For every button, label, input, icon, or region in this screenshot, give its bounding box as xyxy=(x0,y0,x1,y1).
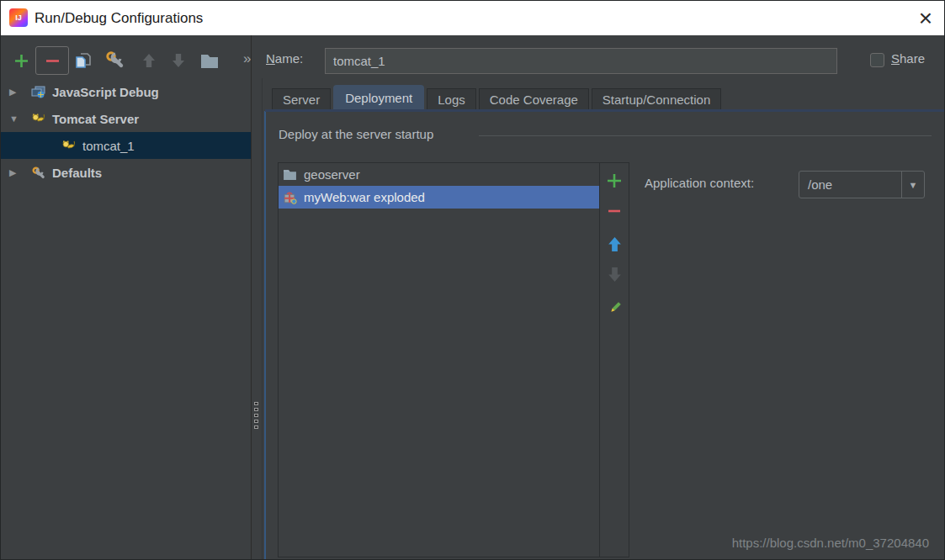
run-debug-configurations-dialog: IJ Run/Debug Configurations × » Name: xyxy=(0,0,945,560)
folder-icon xyxy=(199,51,220,70)
minus-icon xyxy=(45,53,61,69)
deploy-group-label: Deploy at the server startup xyxy=(279,127,433,141)
splitter-grip[interactable] xyxy=(254,402,258,429)
titlebar: IJ Run/Debug Configurations × xyxy=(1,1,944,35)
artifact-icon xyxy=(283,190,297,204)
chevron-down-icon[interactable]: ▼ xyxy=(9,114,21,124)
wrench-gear-icon xyxy=(31,166,45,180)
javascript-debug-icon xyxy=(31,85,45,99)
tab-code-coverage[interactable]: Code Coverage xyxy=(479,88,589,111)
copy-configuration-button[interactable] xyxy=(72,50,94,71)
add-configuration-button[interactable] xyxy=(10,50,32,71)
combobox-value: /one xyxy=(808,172,832,198)
tomcat-icon xyxy=(31,112,45,126)
plus-icon xyxy=(13,53,29,69)
list-item-myweb-war-exploded[interactable]: myWeb:war exploded xyxy=(279,186,599,209)
application-context-label: Application context: xyxy=(645,176,754,190)
tab-deployment[interactable]: Deployment xyxy=(333,85,424,111)
create-folder-button[interactable] xyxy=(199,50,220,71)
tab-server[interactable]: Server xyxy=(272,88,331,111)
share-label-mnemonic: S xyxy=(891,51,900,66)
name-label-mnemonic: N xyxy=(266,51,275,66)
group-separator-line xyxy=(479,135,932,136)
tab-startup-connection[interactable]: Startup/Connection xyxy=(592,88,721,111)
edit-defaults-button[interactable] xyxy=(104,49,125,71)
intellij-logo-icon: IJ xyxy=(9,8,28,27)
move-up-button[interactable] xyxy=(138,50,160,71)
tree-item-label: JavaScript Debug xyxy=(52,85,159,99)
tree-item-tomcat-server[interactable]: ▼ Tomcat Server xyxy=(1,105,251,132)
share-label[interactable]: Share xyxy=(891,51,925,66)
deployment-list: geoserver myWeb:war exploded xyxy=(278,162,599,557)
configurations-tree: ▶ JavaScript Debug ▼ xyxy=(1,78,251,559)
arrow-down-icon xyxy=(170,52,187,69)
name-label-rest: ame: xyxy=(275,51,303,66)
move-item-up-button[interactable] xyxy=(603,233,625,255)
splitter-line xyxy=(262,78,263,559)
list-item-label: myWeb:war exploded xyxy=(304,190,425,204)
tree-item-tomcat-1[interactable]: tomcat_1 xyxy=(1,132,251,159)
dialog-title: Run/Debug Configurations xyxy=(35,1,203,35)
splitter-line xyxy=(251,35,252,559)
list-item-label: geoserver xyxy=(304,167,360,182)
folder-icon xyxy=(283,167,297,182)
pencil-icon xyxy=(606,299,623,316)
arrow-up-icon xyxy=(141,52,157,69)
tomcat-icon xyxy=(61,139,76,153)
move-down-button[interactable] xyxy=(167,50,189,71)
share-label-rest: hare xyxy=(900,51,925,66)
chevron-right-icon[interactable]: ▶ xyxy=(9,87,21,98)
combobox-arrow-button[interactable]: ▼ xyxy=(901,172,924,198)
tree-item-label: tomcat_1 xyxy=(82,139,135,153)
tree-item-javascript-debug[interactable]: ▶ JavaScript Debug xyxy=(1,78,251,105)
list-item-geoserver[interactable]: geoserver xyxy=(279,163,599,186)
tree-item-label: Tomcat Server xyxy=(52,112,139,126)
chevron-right-icon[interactable]: ▶ xyxy=(9,167,21,178)
arrow-up-icon xyxy=(606,235,624,253)
application-context-combobox[interactable]: /one ▼ xyxy=(799,171,925,198)
panel-left-border xyxy=(264,111,266,559)
tree-item-defaults[interactable]: ▶ Defaults xyxy=(1,159,251,186)
copy-icon xyxy=(74,51,93,70)
plus-icon xyxy=(606,172,623,189)
name-input[interactable] xyxy=(325,48,837,74)
tab-logs[interactable]: Logs xyxy=(427,88,476,111)
remove-configuration-button[interactable] xyxy=(35,46,69,75)
tree-item-label: Defaults xyxy=(52,166,102,180)
wrench-gear-icon xyxy=(104,50,125,70)
tab-bar: Server Deployment Logs Code Coverage Sta… xyxy=(272,85,724,111)
edit-item-button[interactable] xyxy=(603,297,625,319)
remove-deployment-button[interactable] xyxy=(603,200,625,222)
add-deployment-button[interactable] xyxy=(603,170,625,192)
watermark-text: https://blog.csdn.net/m0_37204840 xyxy=(732,536,929,550)
move-item-down-button[interactable] xyxy=(603,263,625,285)
name-label: Name: xyxy=(266,51,303,66)
close-icon[interactable]: × xyxy=(919,3,932,34)
list-toolbar xyxy=(599,162,629,557)
tab-underline xyxy=(265,109,944,112)
minus-icon xyxy=(606,203,623,219)
chevron-down-icon: ▼ xyxy=(909,180,918,190)
share-checkbox[interactable] xyxy=(870,53,884,67)
arrow-down-icon xyxy=(606,266,624,283)
